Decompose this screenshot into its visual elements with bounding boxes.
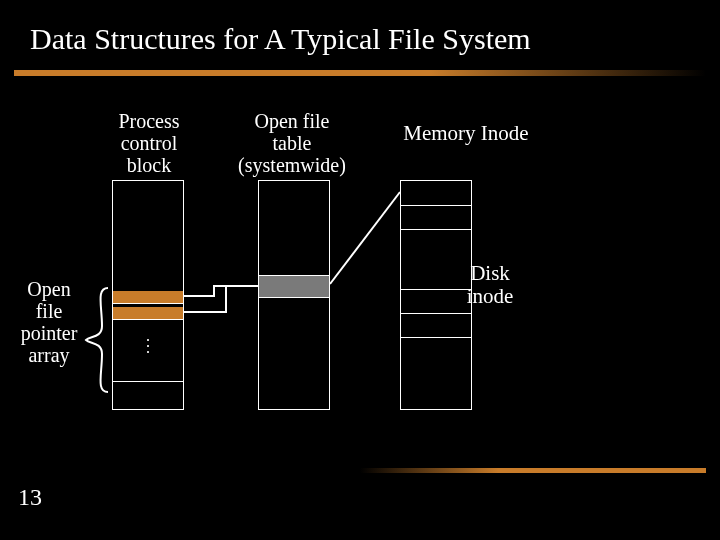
memory-inode-column [400, 180, 472, 410]
slide-title: Data Structures for A Typical File Syste… [30, 22, 531, 56]
label-open-file-table: Open filetable(systemwide) [232, 110, 352, 176]
connector-wires [0, 0, 720, 540]
label-pcb: Processcontrolblock [104, 110, 194, 176]
pcb-pointer-row [113, 307, 183, 319]
arrow-pcb0-to-oft [184, 286, 258, 296]
oft-highlight-row [259, 275, 329, 297]
footer-rule [360, 468, 706, 473]
cell-divider [401, 289, 471, 290]
brace-icon [84, 286, 110, 394]
arrow-pcb1-to-oft [184, 286, 258, 312]
label-open-file-pointer-array: Openfilepointerarray [14, 278, 84, 366]
cell-divider [401, 205, 471, 206]
cell-divider [113, 381, 183, 382]
cell-divider [401, 229, 471, 230]
cell-divider [113, 303, 183, 304]
cell-divider [401, 313, 471, 314]
pcb-pointer-row [113, 291, 183, 303]
vertical-ellipsis-icon: ... [146, 333, 150, 351]
page-number: 13 [18, 484, 42, 511]
cell-divider [401, 337, 471, 338]
arrow-oft-to-mi [330, 192, 400, 284]
label-memory-inode: Memory Inode [396, 122, 536, 145]
cell-divider [259, 297, 329, 298]
title-underline [14, 70, 706, 76]
open-file-table-column [258, 180, 330, 410]
cell-divider [113, 319, 183, 320]
pcb-column: ... [112, 180, 184, 410]
cell-divider [259, 275, 329, 276]
